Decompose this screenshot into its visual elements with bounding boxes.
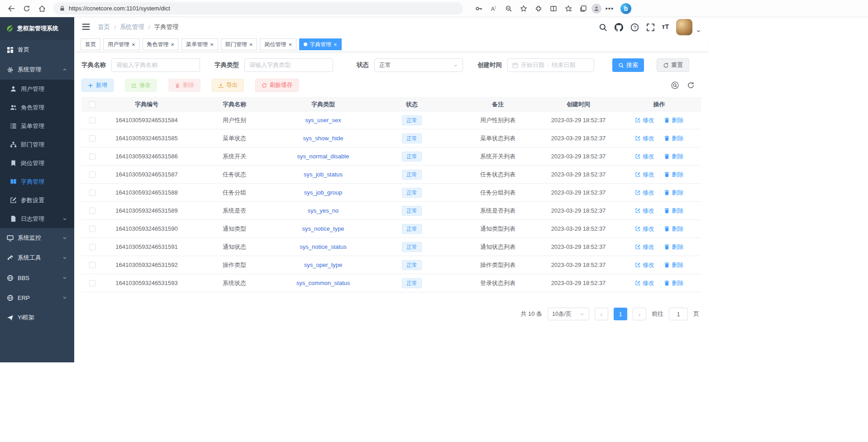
row-checkbox[interactable] (89, 280, 95, 286)
dict-type-link[interactable]: sys_notice_type (302, 225, 344, 232)
favorites-add-icon[interactable] (517, 2, 530, 15)
sidebar-item-user[interactable]: 用户管理 (0, 80, 74, 98)
tab-4[interactable]: 部门管理 × (221, 38, 258, 50)
tab-1[interactable]: 用户管理 × (103, 38, 140, 50)
sidebar-item-yi[interactable]: Yi框架 (0, 308, 74, 328)
extensions-icon[interactable] (532, 2, 545, 15)
row-checkbox[interactable] (89, 262, 95, 268)
address-bar[interactable]: https://ccnetcore.com:1101/system/dict (53, 2, 463, 14)
row-edit-link[interactable]: 修改 (635, 207, 654, 215)
sidebar-item-post[interactable]: 岗位管理 (0, 154, 74, 172)
row-edit-link[interactable]: 修改 (635, 261, 654, 269)
row-checkbox[interactable] (89, 171, 95, 178)
sidebar-item-dept[interactable]: 部门管理 (0, 135, 74, 154)
row-checkbox[interactable] (89, 117, 95, 124)
tab-0[interactable]: 首页 (81, 38, 100, 50)
favorites-bar-icon[interactable] (562, 2, 575, 15)
avatar[interactable] (676, 19, 692, 35)
tab-3[interactable]: 菜单管理 × (181, 38, 218, 50)
collections-icon[interactable] (577, 2, 590, 15)
edit-button[interactable]: 修改 (125, 79, 157, 92)
close-icon[interactable]: × (334, 42, 337, 48)
row-edit-link[interactable]: 修改 (635, 116, 654, 124)
close-icon[interactable]: × (288, 42, 292, 48)
dict-type-link[interactable]: sys_job_group (304, 189, 343, 196)
dict-type-link[interactable]: sys_normal_disable (297, 153, 349, 160)
sidebar-item-role[interactable]: 角色管理 (0, 98, 74, 117)
show-search-icon[interactable] (671, 81, 679, 89)
dict-type-link[interactable]: sys_notice_status (300, 243, 346, 250)
sidebar-item-bbs[interactable]: BBS (0, 268, 74, 288)
row-delete-link[interactable]: 删除 (664, 207, 683, 215)
row-delete-link[interactable]: 删除 (664, 261, 683, 269)
split-screen-icon[interactable] (547, 2, 560, 15)
select-all-checkbox[interactable] (89, 101, 95, 108)
sidebar-item-home[interactable]: 首页 (0, 40, 74, 60)
search-button[interactable]: 搜索 (612, 58, 644, 72)
refresh-table-icon[interactable] (687, 81, 695, 89)
read-aloud-icon[interactable]: A) (487, 2, 501, 15)
dict-type-link[interactable]: sys_oper_type (304, 261, 343, 268)
close-icon[interactable]: × (171, 42, 175, 48)
row-delete-link[interactable]: 删除 (664, 152, 683, 161)
sidebar-item-param[interactable]: 参数设置 (0, 191, 74, 209)
dict-type-link[interactable]: sys_user_sex (305, 117, 341, 124)
row-delete-link[interactable]: 删除 (664, 134, 683, 143)
back-icon[interactable] (5, 2, 18, 15)
prev-page-button[interactable]: ‹ (595, 308, 608, 320)
row-checkbox[interactable] (89, 153, 95, 160)
help-icon[interactable]: ? (630, 23, 639, 32)
tab-6[interactable]: 字典管理 × (299, 38, 342, 50)
reset-button[interactable]: 重置 (657, 58, 689, 72)
zoom-out-icon[interactable] (502, 2, 515, 15)
browser-profile-icon[interactable] (591, 4, 601, 14)
date-range-picker[interactable]: 开始日期 - 结束日期 (507, 58, 594, 72)
row-delete-link[interactable]: 删除 (664, 171, 683, 179)
row-edit-link[interactable]: 修改 (635, 134, 654, 143)
sidebar-item-menu[interactable]: 菜单管理 (0, 117, 74, 135)
row-checkbox[interactable] (89, 226, 95, 232)
status-select[interactable]: 正常 (374, 58, 463, 72)
row-edit-link[interactable]: 修改 (635, 189, 654, 197)
sidebar-item-dict[interactable]: 字典管理 (0, 172, 74, 191)
add-button[interactable]: 新增 (81, 79, 114, 92)
row-delete-link[interactable]: 删除 (664, 189, 683, 197)
row-checkbox[interactable] (89, 135, 95, 142)
key-icon[interactable] (472, 2, 486, 15)
export-button[interactable]: 导出 (212, 79, 244, 92)
hamburger-icon[interactable] (81, 22, 91, 32)
row-edit-link[interactable]: 修改 (635, 279, 654, 287)
row-checkbox[interactable] (89, 208, 95, 214)
row-delete-link[interactable]: 删除 (664, 225, 683, 233)
dict-type-input[interactable]: 请输入字典类型 (244, 58, 333, 72)
goto-page-input[interactable] (669, 308, 688, 320)
dict-type-link[interactable]: sys_common_status (296, 280, 350, 286)
page-size-select[interactable]: 10条/页 (548, 308, 589, 320)
row-edit-link[interactable]: 修改 (635, 225, 654, 233)
row-delete-link[interactable]: 删除 (664, 116, 683, 124)
sidebar-item-system[interactable]: 系统管理 (0, 60, 74, 80)
fullscreen-icon[interactable] (646, 23, 655, 32)
refresh-icon[interactable] (20, 2, 33, 15)
close-icon[interactable]: × (132, 42, 135, 48)
sidebar-item-erp[interactable]: ERP (0, 288, 74, 308)
row-checkbox[interactable] (89, 244, 95, 250)
close-icon[interactable]: × (249, 42, 253, 48)
refresh-cache-button[interactable]: 刷新缓存 (255, 79, 299, 92)
more-icon[interactable]: ••• (603, 2, 616, 15)
tab-5[interactable]: 岗位管理 × (260, 38, 296, 50)
breadcrumb-home[interactable]: 首页 (98, 23, 110, 31)
close-icon[interactable]: × (210, 42, 214, 48)
search-icon[interactable] (599, 23, 607, 32)
delete-button[interactable]: 删除 (168, 79, 200, 92)
dict-type-link[interactable]: sys_show_hide (303, 135, 343, 142)
dict-type-link[interactable]: sys_yes_no (308, 207, 339, 214)
dict-name-input[interactable]: 请输入字典名称 (111, 58, 200, 72)
row-checkbox[interactable] (89, 190, 95, 196)
next-page-button[interactable]: › (633, 308, 646, 320)
bing-icon[interactable]: b (620, 3, 631, 14)
row-edit-link[interactable]: 修改 (635, 152, 654, 161)
breadcrumb-system[interactable]: 系统管理 (120, 23, 144, 31)
github-icon[interactable] (615, 23, 623, 32)
row-delete-link[interactable]: 删除 (664, 243, 683, 251)
